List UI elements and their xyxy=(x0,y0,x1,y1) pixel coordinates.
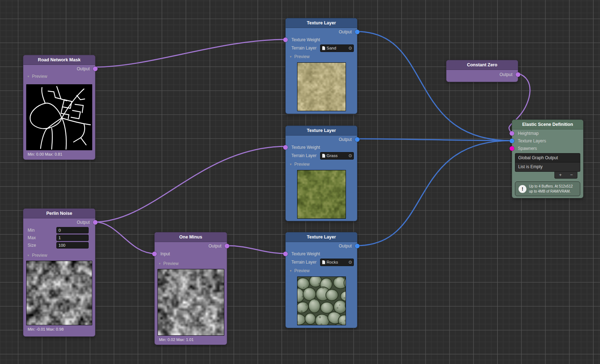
spawners-port[interactable] xyxy=(510,146,514,151)
list-empty-row: List is Empty xyxy=(515,162,580,171)
heightmap-port[interactable] xyxy=(510,131,514,136)
node-title: Perlin Noise xyxy=(23,209,95,218)
node-one-minus[interactable]: One Minus Output Input Preview Min: 0.02… xyxy=(154,232,227,345)
list-button-tray: + − xyxy=(554,172,577,179)
max-input[interactable] xyxy=(56,235,89,241)
terrain-layer-object-field[interactable]: Rocks xyxy=(320,259,354,266)
texture-weight-port[interactable] xyxy=(283,145,288,150)
edge-rocks-to-texturelayers[interactable] xyxy=(357,141,511,246)
output-port[interactable] xyxy=(225,244,229,249)
preview-foldout[interactable]: Preview xyxy=(286,267,357,274)
spawners-port-label: Spawners xyxy=(518,146,537,151)
size-field-label: Size xyxy=(28,243,56,248)
remove-list-item-button[interactable]: − xyxy=(568,172,575,178)
terrain-layer-label: Terrain Layer xyxy=(291,46,320,51)
object-picker-icon[interactable] xyxy=(348,260,352,265)
node-title: Road Network Mask xyxy=(23,55,95,65)
edge-perlin-to-oneminus-input[interactable] xyxy=(95,222,155,254)
graph-canvas[interactable]: { "colors": { "background": "#2d2d2d", "… xyxy=(0,0,600,364)
input-port[interactable] xyxy=(152,252,157,256)
terrain-layer-value: Sand xyxy=(327,46,348,50)
list-header: Global Graph Output xyxy=(515,153,580,162)
foldout-triangle-icon xyxy=(27,75,30,78)
node-elastic-scene-definition[interactable]: Elastic Scene Definition Heightmap Textu… xyxy=(512,119,583,198)
road-preview-image xyxy=(26,84,92,150)
object-picker-icon[interactable] xyxy=(348,46,352,51)
minmax-stats: Min: -0.01 Max: 0.98 xyxy=(23,327,95,331)
min-field-label: Min xyxy=(28,228,56,233)
max-field-label: Max xyxy=(28,235,56,240)
output-port[interactable] xyxy=(516,72,520,77)
edge-oneminus-to-rocks-weight[interactable] xyxy=(226,246,286,254)
size-input[interactable] xyxy=(56,242,89,249)
node-title: One Minus xyxy=(155,232,227,242)
preview-label: Preview xyxy=(32,253,47,258)
texture-weight-label: Texture Weight xyxy=(291,37,320,42)
node-texture-layer-grass[interactable]: Texture Layer Output Texture Weight Terr… xyxy=(285,126,357,221)
terrain-layer-object-field[interactable]: Sand xyxy=(320,44,354,52)
warning-text: Up to 4 Buffers. At 512x512 up to 4MB of… xyxy=(529,184,575,194)
output-port-label: Output xyxy=(77,220,90,225)
output-port-label: Output xyxy=(339,244,352,249)
output-port[interactable] xyxy=(355,244,360,249)
node-texture-layer-rocks[interactable]: Texture Layer Output Texture Weight Terr… xyxy=(285,232,357,328)
preview-foldout[interactable]: Preview xyxy=(286,53,357,60)
buffer-warning-box: Up to 4 Buffers. At 512x512 up to 4MB of… xyxy=(515,181,580,196)
foldout-triangle-icon xyxy=(158,262,161,265)
foldout-triangle-icon xyxy=(289,163,292,166)
edge-sand-to-texturelayers[interactable] xyxy=(357,32,511,141)
node-title: Texture Layer xyxy=(286,18,357,28)
output-port[interactable] xyxy=(355,30,360,34)
foldout-triangle-icon xyxy=(27,254,30,257)
terrain-layer-value: Grass xyxy=(327,153,348,158)
output-port[interactable] xyxy=(93,220,98,225)
minmax-stats: Min: 0.02 Max: 1.01 xyxy=(155,337,227,342)
preview-foldout[interactable]: Preview xyxy=(23,73,95,80)
texture-layers-port[interactable] xyxy=(510,138,514,143)
minmax-stats: Min: 0.00 Max: 0.81 xyxy=(23,152,95,156)
preview-label: Preview xyxy=(294,54,310,59)
node-title: Texture Layer xyxy=(286,232,357,242)
output-port-label: Output xyxy=(77,66,90,71)
grass-preview-image xyxy=(297,170,346,219)
output-port[interactable] xyxy=(355,137,360,142)
preview-label: Preview xyxy=(294,162,310,167)
output-port-label: Output xyxy=(208,244,221,249)
texture-weight-label: Texture Weight xyxy=(291,251,320,256)
foldout-triangle-icon xyxy=(289,269,292,273)
node-perlin-noise[interactable]: Perlin Noise Output Min Max Size Preview… xyxy=(23,208,95,337)
node-title: Elastic Scene Definition xyxy=(512,120,583,129)
heightmap-port-label: Heightmap xyxy=(518,131,539,136)
noise-preview-image xyxy=(26,261,92,325)
node-road-network-mask[interactable]: Road Network Mask Output Preview xyxy=(23,55,95,160)
edge-perlin-to-grass-weight[interactable] xyxy=(95,146,286,222)
preview-foldout[interactable]: Preview xyxy=(286,161,357,168)
asset-file-icon xyxy=(322,46,325,50)
min-input[interactable] xyxy=(56,227,89,233)
terrain-layer-label: Terrain Layer xyxy=(291,260,320,265)
texture-weight-port[interactable] xyxy=(283,38,288,42)
texture-weight-label: Texture Weight xyxy=(291,145,320,150)
output-port-label: Output xyxy=(339,29,352,34)
node-title: Constant Zero xyxy=(446,60,518,70)
terrain-layer-object-field[interactable]: Grass xyxy=(320,152,354,160)
edge-roadmask-to-sand-weight[interactable] xyxy=(95,39,285,67)
output-port[interactable] xyxy=(93,67,98,71)
terrain-layer-label: Terrain Layer xyxy=(291,153,320,158)
rocks-preview-image xyxy=(297,276,346,325)
preview-foldout[interactable]: Preview xyxy=(23,252,95,259)
preview-label: Preview xyxy=(32,74,47,79)
node-texture-layer-sand[interactable]: Texture Layer Output Texture Weight Terr… xyxy=(285,18,357,114)
texture-layers-port-label: Texture Layers xyxy=(518,138,546,143)
asset-file-icon xyxy=(322,260,325,264)
output-port-label: Output xyxy=(339,137,352,142)
spawners-list: Global Graph Output List is Empty xyxy=(515,153,580,172)
add-list-item-button[interactable]: + xyxy=(557,172,564,178)
sand-preview-image xyxy=(297,62,346,111)
object-picker-icon[interactable] xyxy=(348,153,352,158)
terrain-layer-value: Rocks xyxy=(327,260,348,264)
preview-foldout[interactable]: Preview xyxy=(155,260,227,267)
asset-file-icon xyxy=(322,154,325,158)
node-constant-zero[interactable]: Constant Zero Output xyxy=(446,60,518,82)
texture-weight-port[interactable] xyxy=(283,252,288,256)
